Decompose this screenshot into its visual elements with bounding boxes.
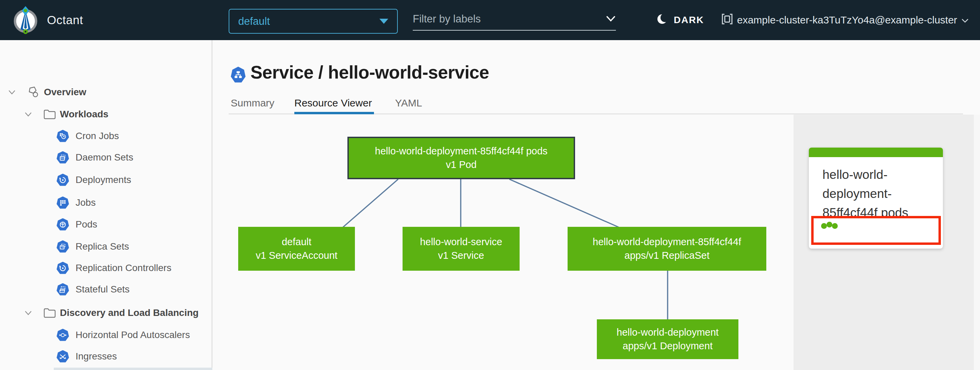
replication-controllers-icon bbox=[56, 262, 69, 275]
selected-resource-card[interactable]: hello-world-deployment-85ff4cf44f pods bbox=[809, 148, 943, 249]
tab-summary[interactable]: Summary bbox=[231, 97, 274, 109]
folder-icon bbox=[43, 308, 56, 318]
stateful-sets-icon bbox=[56, 283, 69, 296]
filter-placeholder: Filter by labels bbox=[413, 13, 481, 25]
tab-resource-viewer[interactable]: Resource Viewer bbox=[294, 97, 372, 109]
sidebar-item-daemon-sets[interactable]: Daemon Sets bbox=[0, 146, 212, 168]
sidebar-item-services[interactable]: Services bbox=[54, 368, 212, 370]
panel-scrollbar-track[interactable] bbox=[974, 114, 980, 370]
cluster-icon bbox=[721, 12, 733, 28]
sidebar-item-stateful-sets[interactable]: Stateful Sets bbox=[0, 278, 212, 300]
filter-by-labels-input[interactable]: Filter by labels bbox=[413, 8, 616, 30]
graph-node-serviceaccount[interactable]: default v1 ServiceAccount bbox=[238, 227, 355, 271]
sidebar-item-replication-controllers[interactable]: Replication Controllers bbox=[0, 257, 212, 279]
graph-node-service[interactable]: hello-world-service v1 Service bbox=[402, 227, 520, 271]
card-status-topbar bbox=[809, 148, 943, 157]
deployments-icon bbox=[56, 174, 69, 186]
pod-status-dot bbox=[832, 223, 838, 229]
sidebar-navigation: Overview Workloads Cron Jobs Daemon Sets… bbox=[0, 40, 212, 370]
sidebar-item-discovery-and-load-balancing[interactable]: Discovery and Load Balancing bbox=[0, 302, 212, 324]
cron-jobs-icon bbox=[56, 130, 69, 143]
overview-icon bbox=[27, 86, 39, 98]
graph-node-deployment[interactable]: hello-world-deployment apps/v1 Deploymen… bbox=[597, 319, 738, 359]
card-title: hello-world-deployment-85ff4cf44f pods bbox=[822, 165, 931, 222]
chevron-down-icon[interactable] bbox=[24, 110, 33, 119]
detail-side-panel: hello-world-deployment-85ff4cf44f pods bbox=[794, 114, 980, 370]
namespace-caret-icon bbox=[379, 19, 388, 24]
pod-status-dot bbox=[827, 222, 832, 227]
cluster-switcher[interactable]: example-cluster-ka3TuTzYo4a@example-clus… bbox=[721, 0, 969, 40]
namespace-select[interactable]: default bbox=[229, 9, 398, 34]
sidebar-item-pods[interactable]: Pods bbox=[0, 214, 212, 235]
cluster-chevron-down-icon bbox=[961, 14, 969, 26]
graph-node-replicaset[interactable]: hello-world-deployment-85ff4cf44f apps/v… bbox=[568, 227, 766, 271]
active-tab-underline bbox=[294, 112, 374, 114]
pod-status-dot bbox=[821, 223, 827, 229]
dark-mode-toggle[interactable]: DARK bbox=[657, 0, 704, 40]
replica-sets-icon bbox=[56, 240, 69, 253]
octant-logo-icon bbox=[14, 5, 37, 35]
cluster-name-label: example-cluster-ka3TuTzYo4a@example-clus… bbox=[737, 14, 957, 26]
sidebar-item-replica-sets[interactable]: Replica Sets bbox=[0, 236, 212, 257]
pod-status-highlight-box[interactable] bbox=[811, 216, 941, 245]
folder-icon bbox=[43, 109, 56, 119]
moon-icon bbox=[657, 12, 669, 28]
ingresses-icon bbox=[56, 350, 69, 363]
chevron-down-icon[interactable] bbox=[24, 308, 33, 317]
service-resource-icon bbox=[231, 67, 246, 83]
namespace-select-value: default bbox=[238, 15, 270, 27]
tab-yaml[interactable]: YAML bbox=[395, 97, 422, 109]
sidebar-item-cron-jobs[interactable]: Cron Jobs bbox=[0, 125, 212, 147]
sidebar-item-jobs[interactable]: Jobs bbox=[0, 192, 212, 214]
horizontal-pod-autoscalers-icon bbox=[56, 329, 69, 341]
sidebar-item-ingresses[interactable]: Ingresses bbox=[0, 346, 212, 367]
pod-status-dots bbox=[821, 223, 837, 230]
top-header-bar: Octant default Filter by labels DARK exa… bbox=[0, 0, 980, 40]
sidebar-item-overview[interactable]: Overview bbox=[0, 81, 212, 103]
sidebar-item-deployments[interactable]: Deployments bbox=[0, 169, 212, 191]
page-title: Service / hello-world-service bbox=[250, 62, 489, 83]
graph-node-pod[interactable]: hello-world-deployment-85ff4cf44f pods v… bbox=[347, 137, 575, 179]
dark-mode-label: DARK bbox=[674, 14, 704, 25]
pods-icon bbox=[56, 218, 69, 231]
app-title: Octant bbox=[47, 0, 83, 40]
jobs-icon bbox=[56, 197, 69, 209]
filter-chevron-down-icon[interactable] bbox=[606, 13, 616, 25]
sidebar-item-workloads[interactable]: Workloads bbox=[0, 103, 212, 125]
sidebar-item-horizontal-pod-autoscalers[interactable]: Horizontal Pod Autoscalers bbox=[0, 324, 212, 346]
daemon-sets-icon bbox=[56, 151, 69, 164]
chevron-down-icon[interactable] bbox=[8, 88, 16, 97]
